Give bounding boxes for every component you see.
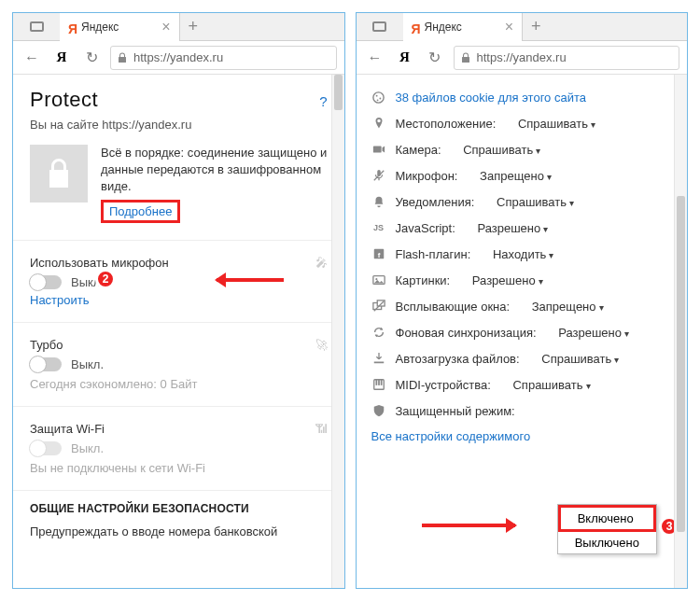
tab-bar: Яндекс × + [13,13,344,41]
permission-label: MIDI-устройства: [396,378,491,392]
permission-value[interactable]: Спрашивать [512,378,590,392]
new-tab-button[interactable]: + [180,17,206,36]
reload-button[interactable]: ↻ [424,47,446,69]
security-heading: ОБЩИЕ НАСТРОЙКИ БЕЗОПАСНОСТИ [30,502,328,515]
shield-icon [371,403,386,418]
wifi-icon: 📶︎ [315,422,328,436]
dropdown-option-off[interactable]: Выключено [558,532,656,553]
lock-icon [460,52,471,63]
wifi-status-text: Вы не подключены к сети Wi-Fi [30,461,328,475]
svg-point-10 [375,278,377,280]
permission-row: JS JavaScript: Разрешено [371,215,673,241]
tab-title: Яндекс [425,21,462,34]
flash-icon: f [371,246,386,261]
turbo-toggle-label: Выкл. [71,357,104,371]
permission-label: Местоположение: [396,117,497,131]
yandex-favicon-icon [412,21,419,34]
toolbar: ← Я ↻ https://yandex.ru [357,41,688,75]
callout-badge-2: 2 [95,269,116,289]
protection-message: Всё в порядке: соединение защищено и дан… [101,145,328,196]
tabs-overview-button[interactable] [13,21,60,32]
url-text: https://yandex.ru [477,50,567,64]
permission-value[interactable]: Находить [493,247,554,261]
mic-icon [371,168,386,183]
dropdown-option-on[interactable]: Включено [558,505,656,532]
permission-row: MIDI-устройства: Спрашивать [371,371,673,398]
protected-mode-dropdown: Включено Выключено [557,504,657,554]
permission-label: JavaScript: [396,221,455,235]
close-tab-button[interactable]: × [505,19,513,35]
sync-icon [371,325,386,340]
help-link[interactable]: ? [319,93,327,109]
turbo-label: Турбо [30,338,63,352]
img-icon [371,273,386,287]
tabs-overview-button[interactable] [357,21,403,32]
address-bar[interactable]: https://yandex.ru [110,46,337,70]
permission-value[interactable]: Разрешено [472,273,543,287]
browser-tab[interactable]: Яндекс × [403,13,524,41]
rocket-icon: 🚀︎ [315,338,328,352]
permission-value[interactable]: Спрашивать [463,143,540,157]
browser-window-left: Яндекс × + ← Я ↻ https://yandex.ru Prote… [12,12,345,589]
cookie-icon [371,90,386,105]
svg-point-2 [379,97,381,99]
reload-button[interactable]: ↻ [80,47,103,69]
new-tab-button[interactable]: + [523,17,549,36]
site-label: Вы на сайте https://yandex.ru [30,118,328,132]
permission-label: Фоновая синхронизация: [396,326,537,340]
mic-toggle[interactable] [30,275,62,289]
permission-label: Камера: [396,143,441,157]
scrollbar[interactable] [674,75,687,588]
permission-value[interactable]: Спрашивать [541,352,619,366]
permission-label: Flash-плагин: [396,247,471,261]
cookies-link[interactable]: 38 файлов cookie для этого сайта [396,91,586,105]
back-button[interactable]: ← [21,47,43,69]
toolbar: ← Я ↻ https://yandex.ru [13,41,344,75]
more-link-highlight: Подробнее [101,200,180,223]
bank-warning-text: Предупреждать о вводе номера банковской [30,524,328,538]
more-link[interactable]: Подробнее [109,204,172,218]
svg-rect-17 [380,380,382,385]
dl-icon [371,351,386,366]
permission-row: Микрофон: Запрещено [371,162,673,189]
tab-title: Яндекс [81,21,119,34]
permission-label: Автозагрузка файлов: [396,352,520,366]
yandex-home-button[interactable]: Я [50,47,73,69]
svg-rect-16 [378,380,380,385]
yandex-home-button[interactable]: Я [394,47,416,69]
permission-row: Уведомления: Спрашивать [371,189,673,215]
address-bar[interactable]: https://yandex.ru [454,46,680,70]
turbo-toggle[interactable] [30,357,62,371]
permission-label: Микрофон: [396,169,458,183]
pin-icon [371,116,386,131]
permission-value[interactable]: Спрашивать [518,117,595,131]
permission-label: Защищенный режим: [396,404,515,418]
svg-rect-15 [375,380,377,385]
permission-value[interactable]: Разрешено [477,221,548,235]
mic-label: Использовать микрофон [30,256,169,270]
permission-value[interactable]: Запрещено [480,169,552,183]
protect-heading: Protect [30,88,98,112]
url-text: https://yandex.ru [133,50,223,64]
permission-row: Фоновая синхронизация: Разрешено [371,319,673,345]
tab-bar: Яндекс × + [357,13,688,41]
close-tab-button[interactable]: × [161,19,170,35]
permission-row: Местоположение: Спрашивать [371,110,673,136]
back-button[interactable]: ← [364,47,386,69]
wifi-label: Защита Wi-Fi [30,422,105,436]
all-content-settings-link[interactable]: Все настройки содержимого [371,429,673,443]
permission-value[interactable]: Спрашивать [497,195,574,209]
permission-value[interactable]: Разрешено [558,326,629,340]
lock-icon [117,52,128,63]
permission-row: Картинки: Разрешено [371,267,673,293]
callout-arrow-3 [422,524,515,527]
midi-icon [371,377,386,392]
scrollbar[interactable] [331,75,344,588]
mic-configure-link[interactable]: Настроить [30,293,90,307]
yandex-favicon-icon [68,21,76,34]
permission-value[interactable]: Запрещено [532,300,604,314]
permission-row: Защищенный режим: [371,398,673,424]
browser-tab[interactable]: Яндекс × [60,13,180,41]
permission-row: f Flash-плагин: Находить [371,241,673,267]
cam-icon [371,142,386,157]
